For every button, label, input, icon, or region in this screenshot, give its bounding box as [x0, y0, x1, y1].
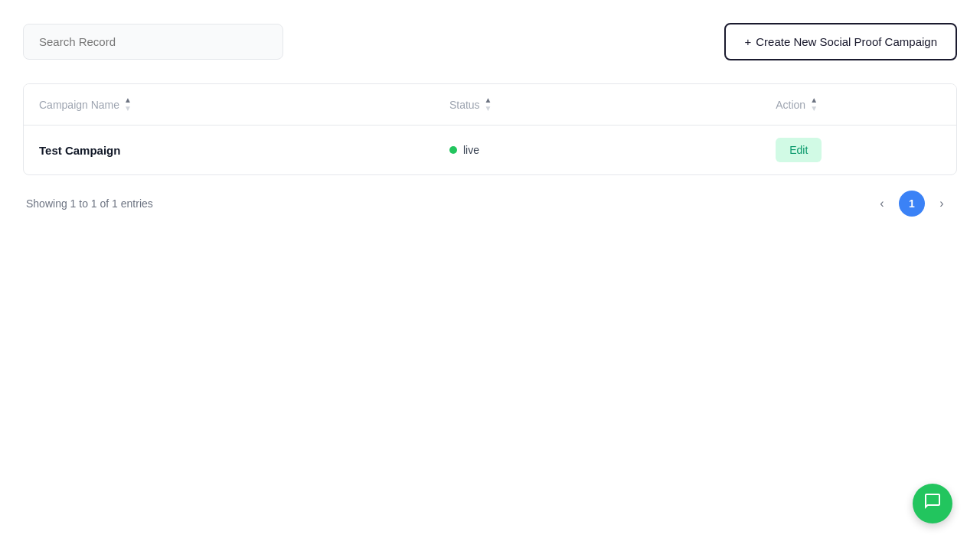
sort-icon-action: ▲ ▼ [810, 96, 818, 112]
column-header-campaign-name[interactable]: Campaign Name ▲ ▼ [24, 84, 434, 126]
campaign-name-cell: Test Campaign [24, 126, 434, 175]
top-bar: + Create New Social Proof Campaign [23, 23, 957, 60]
pagination-controls: ‹ 1 › [870, 191, 954, 217]
campaigns-table-wrapper: Campaign Name ▲ ▼ Status ▲ ▼ [23, 83, 957, 175]
column-label-campaign-name: Campaign Name [39, 99, 119, 111]
create-campaign-label: Create New Social Proof Campaign [756, 35, 937, 48]
sort-icon-campaign: ▲ ▼ [124, 96, 132, 112]
column-label-action: Action [776, 99, 805, 111]
create-campaign-button[interactable]: + Create New Social Proof Campaign [724, 23, 957, 60]
action-cell: Edit [760, 126, 956, 175]
table-row: Test CampaignliveEdit [24, 126, 956, 175]
chat-icon [923, 492, 942, 515]
prev-page-button[interactable]: ‹ [870, 191, 894, 216]
chat-bubble-button[interactable] [913, 484, 952, 523]
campaigns-table: Campaign Name ▲ ▼ Status ▲ ▼ [24, 84, 956, 174]
column-header-action[interactable]: Action ▲ ▼ [760, 84, 956, 126]
page-number-1[interactable]: 1 [899, 191, 925, 217]
status-dot-icon [449, 146, 457, 154]
plus-icon: + [744, 35, 751, 48]
column-header-status[interactable]: Status ▲ ▼ [434, 84, 760, 126]
sort-icon-status: ▲ ▼ [485, 96, 492, 112]
column-label-status: Status [449, 99, 480, 111]
main-container: + Create New Social Proof Campaign Campa… [0, 0, 980, 240]
table-body: Test CampaignliveEdit [24, 126, 956, 175]
search-input[interactable] [23, 24, 283, 60]
status-text: live [463, 144, 479, 156]
next-page-button[interactable]: › [929, 191, 954, 216]
showing-entries-text: Showing 1 to 1 of 1 entries [26, 197, 153, 210]
edit-button[interactable]: Edit [776, 138, 822, 162]
pagination-bar: Showing 1 to 1 of 1 entries ‹ 1 › [23, 191, 957, 217]
status-cell: live [434, 126, 760, 175]
table-header-row: Campaign Name ▲ ▼ Status ▲ ▼ [24, 84, 956, 126]
